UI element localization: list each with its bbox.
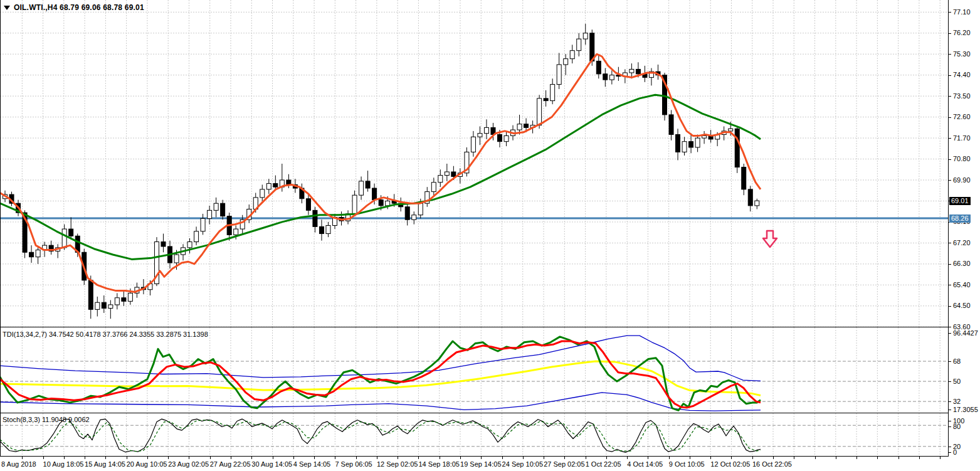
candle: [729, 129, 733, 131]
candle: [438, 176, 443, 183]
time-axis-tick: [731, 457, 732, 459]
candle: [682, 142, 687, 152]
candle: [266, 184, 271, 189]
time-axis-label: 23 Aug 02:05: [168, 460, 209, 468]
time-axis-label: 1 Oct 22:05: [586, 460, 621, 468]
candle: [313, 210, 317, 226]
candle: [214, 203, 218, 210]
time-axis-label: 9 Oct 10:05: [669, 460, 705, 468]
time-axis-tick: [127, 457, 127, 459]
candle: [352, 195, 357, 214]
candle: [609, 75, 614, 80]
candle: [187, 242, 192, 248]
time-axis-tick: [189, 457, 189, 459]
time-axis-tick: [147, 457, 148, 459]
candle: [273, 184, 278, 188]
price-axis[interactable]: 77.1076.2075.3074.4073.5072.6071.7070.80…: [949, 0, 980, 471]
candle: [504, 135, 508, 141]
time-axis-tick: [773, 457, 774, 459]
axis-tick: [949, 452, 951, 453]
time-axis-tick: [377, 457, 377, 459]
candle: [478, 134, 482, 137]
candle: [570, 51, 574, 59]
time-axis-label: 7 Sep 06:05: [335, 460, 372, 468]
candle: [108, 305, 113, 309]
time-axis-tick: [669, 457, 670, 459]
time-axis-tick: [356, 457, 357, 459]
time-axis-tick: [648, 457, 648, 459]
stochastic-indicator-panel[interactable]: [0, 413, 948, 456]
time-axis-label: 4 Sep 14:05: [293, 460, 330, 468]
panel-separator[interactable]: [0, 413, 980, 413]
candle: [577, 39, 581, 51]
time-axis-tick: [231, 457, 231, 459]
time-axis-tick: [877, 457, 878, 459]
candle: [115, 298, 119, 305]
time-axis-tick: [606, 457, 607, 459]
candle: [359, 181, 364, 195]
time-axis-tick: [418, 457, 419, 459]
trading-chart-window: { "header": { "title": "OIL.WTI.,H4 68.7…: [0, 0, 980, 471]
candle: [517, 124, 522, 130]
tdi-indicator-panel[interactable]: [0, 327, 948, 413]
candle: [69, 229, 73, 236]
candle: [412, 215, 416, 220]
series-stoch-main: [0, 419, 761, 452]
price-axis-label: 75.30: [953, 50, 971, 58]
candle: [372, 188, 377, 200]
main-price-chart[interactable]: [0, 0, 948, 327]
candle: [221, 203, 225, 216]
price-axis-label: 65.40: [953, 281, 971, 288]
axis-tick: [949, 159, 951, 160]
time-axis-tick: [460, 457, 461, 459]
axis-tick: [949, 180, 951, 181]
axis-tick: [949, 12, 951, 13]
time-axis-label: 15 Aug 14:05: [85, 460, 125, 468]
time-axis-tick: [710, 457, 711, 459]
candle: [386, 201, 390, 205]
time-axis-tick: [251, 457, 252, 459]
time-axis-tick: [752, 457, 753, 459]
time-axis-tick: [210, 457, 211, 459]
time-axis-tick: [440, 457, 440, 459]
axis-tick: [949, 75, 951, 76]
candle: [62, 229, 66, 248]
axis-tick: [949, 333, 951, 334]
stoch-axis-label: 80: [953, 423, 961, 430]
chart-menu-triangle-icon[interactable]: [4, 6, 10, 10]
time-axis[interactable]: 8 Aug 201810 Aug 18:0515 Aug 14:0520 Aug…: [0, 457, 980, 471]
candle: [95, 302, 100, 309]
axis-tick: [949, 96, 951, 97]
candle: [537, 98, 542, 125]
time-axis-label: 30 Aug 14:05: [251, 460, 292, 468]
time-axis-tick: [85, 457, 85, 459]
price-axis-label: 73.50: [953, 92, 971, 100]
time-axis-tick: [586, 457, 586, 459]
candle: [319, 226, 324, 233]
candle: [405, 207, 409, 220]
time-axis-tick: [168, 457, 169, 459]
current-price-tag: 69.01: [949, 197, 971, 205]
candle: [201, 218, 205, 231]
level-price-tag: 68.26: [949, 214, 971, 223]
time-axis-tick: [940, 457, 940, 459]
axis-tick: [949, 410, 951, 410]
time-axis-tick: [105, 457, 106, 459]
chart-title: OIL.WTI.,H4 68.79 69.06 68.78 69.01: [14, 3, 144, 12]
time-axis-tick: [836, 457, 836, 459]
candle: [689, 142, 693, 147]
time-axis-tick: [314, 457, 315, 459]
price-axis-label: 70.80: [953, 155, 971, 162]
time-axis-label: 19 Sep 14:05: [460, 460, 501, 468]
candle: [379, 200, 383, 206]
price-axis-label: 71.70: [953, 134, 971, 142]
candle: [564, 59, 568, 65]
panel-separator[interactable]: [0, 327, 980, 327]
price-axis-label: 67.20: [953, 239, 971, 246]
series-vb-low: [0, 393, 761, 411]
time-axis-label: 10 Aug 18:05: [43, 460, 84, 468]
axis-tick: [949, 447, 951, 447]
candle: [676, 135, 680, 152]
time-axis-label: 27 Sep 02:05: [544, 460, 584, 468]
time-axis-label: 4 Oct 14:05: [627, 460, 663, 468]
